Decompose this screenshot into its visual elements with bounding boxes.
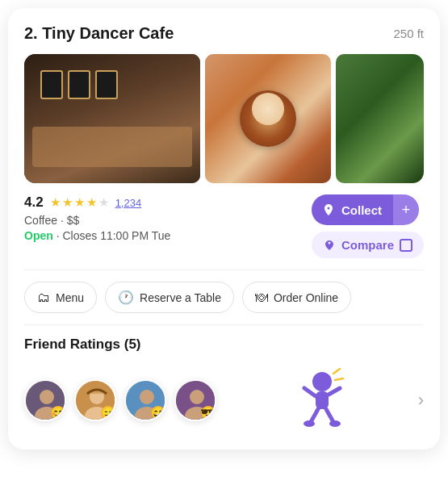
venue-category: Coffee · $$ xyxy=(24,214,312,227)
svg-point-12 xyxy=(312,372,332,391)
svg-point-7 xyxy=(140,390,154,404)
friend-avatar-3[interactable]: 😄 xyxy=(124,379,166,421)
collect-label: Collect xyxy=(341,203,382,217)
main-info-row: 4.2 ★ ★ ★ ★ ★ 1,234 Coffee · $$ Open · C… xyxy=(24,194,424,258)
chevron-right-icon[interactable]: › xyxy=(418,390,424,411)
svg-line-18 xyxy=(311,409,318,422)
divider-2 xyxy=(24,324,424,325)
venue-image-coffee xyxy=(205,54,331,183)
divider-1 xyxy=(24,270,424,270)
svg-point-1 xyxy=(40,390,54,404)
star-rating: ★ ★ ★ ★ ★ xyxy=(50,195,109,210)
reserve-icon: 🕐 xyxy=(118,290,134,305)
rating-row: 4.2 ★ ★ ★ ★ ★ 1,234 xyxy=(24,194,312,211)
compare-label: Compare xyxy=(341,238,394,252)
status-hours: · Closes 11:00 PM Tue xyxy=(57,229,171,242)
menu-label: Menu xyxy=(56,291,84,304)
svg-line-14 xyxy=(335,378,343,380)
venue-status: Open · Closes 11:00 PM Tue xyxy=(24,229,312,242)
venue-title: 2. Tiny Dancer Cafe xyxy=(24,24,174,43)
venue-image-plants xyxy=(336,54,424,183)
reserve-table-button[interactable]: 🕐 Reserve a Table xyxy=(105,282,234,313)
svg-point-21 xyxy=(329,420,341,427)
compare-icon xyxy=(323,239,336,252)
svg-line-17 xyxy=(329,388,340,395)
collect-plus-button[interactable]: + xyxy=(393,194,419,225)
svg-line-13 xyxy=(333,369,340,374)
friend-ratings-title: Friend Ratings (5) xyxy=(24,336,424,353)
menu-icon: 🗂 xyxy=(37,290,50,305)
venue-distance: 250 ft xyxy=(393,27,424,40)
open-label: Open xyxy=(24,229,53,242)
svg-line-19 xyxy=(326,409,333,422)
rating-score: 4.2 xyxy=(24,194,44,211)
avatar-4-emoji: 😎 xyxy=(200,407,216,420)
star-5: ★ xyxy=(98,195,109,210)
actions-row: 🗂 Menu 🕐 Reserve a Table 🍽 Order Online xyxy=(24,282,424,313)
menu-button[interactable]: 🗂 Menu xyxy=(24,282,97,313)
action-buttons: Collect + Compare xyxy=(312,194,424,258)
friend-ratings-section: Friend Ratings (5) 😊 xyxy=(24,336,424,449)
avatars-row: 😊 😑 xyxy=(24,379,216,421)
collect-button-group[interactable]: Collect + xyxy=(312,194,424,225)
venue-images xyxy=(24,54,424,183)
friend-avatar-4[interactable]: 😎 xyxy=(174,379,216,421)
order-icon: 🍽 xyxy=(255,290,268,305)
star-1: ★ xyxy=(50,195,61,210)
venue-image-main xyxy=(24,54,200,183)
friend-ratings-row: 😊 😑 xyxy=(24,364,424,437)
order-label: Order Online xyxy=(274,291,338,304)
mascot-figure xyxy=(275,364,356,437)
compare-checkbox xyxy=(400,239,412,252)
avatar-3-emoji: 😄 xyxy=(150,407,166,420)
star-2: ★ xyxy=(62,195,73,210)
order-online-button[interactable]: 🍽 Order Online xyxy=(242,282,351,313)
svg-point-20 xyxy=(304,420,315,427)
collect-button[interactable]: Collect xyxy=(312,194,393,225)
venue-info: 4.2 ★ ★ ★ ★ ★ 1,234 Coffee · $$ Open · C… xyxy=(24,194,312,242)
friend-avatar-1[interactable]: 😊 xyxy=(24,379,66,421)
reserve-label: Reserve a Table xyxy=(140,291,221,304)
star-3: ★ xyxy=(74,195,85,210)
venue-card: 2. Tiny Dancer Cafe 250 ft xyxy=(8,8,440,449)
collect-icon xyxy=(321,203,336,217)
svg-point-10 xyxy=(190,390,204,404)
compare-button[interactable]: Compare xyxy=(312,232,424,258)
avatar-2-emoji: 😑 xyxy=(100,407,116,420)
star-4: ★ xyxy=(86,195,97,210)
header-row: 2. Tiny Dancer Cafe 250 ft xyxy=(24,24,424,43)
review-count[interactable]: 1,234 xyxy=(115,197,142,209)
avatar-1-emoji: 😊 xyxy=(50,407,66,420)
friend-avatar-2[interactable]: 😑 xyxy=(74,379,116,421)
mascot-svg xyxy=(275,364,356,437)
svg-line-16 xyxy=(304,388,316,396)
